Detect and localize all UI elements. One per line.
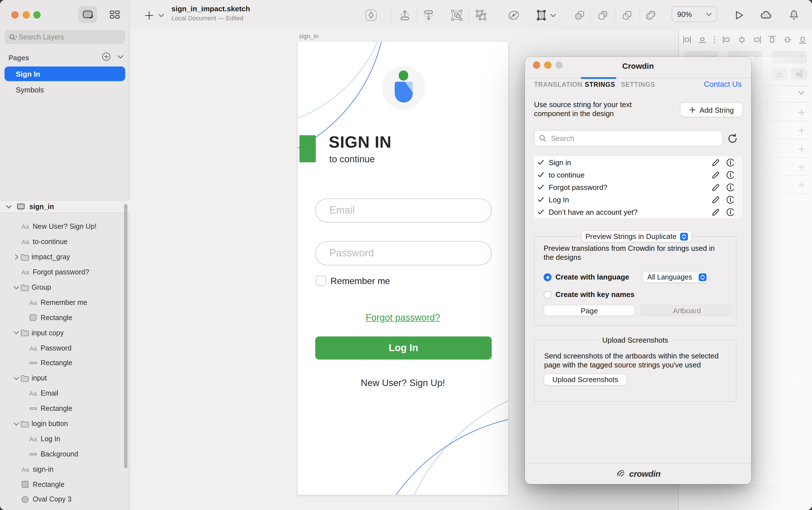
string-row[interactable]: Sign in [534, 156, 742, 169]
layer-row[interactable]: Aasign-in [0, 462, 130, 477]
add-style-button[interactable] [797, 162, 806, 171]
insert-chevron-icon[interactable] [154, 8, 168, 22]
align-middle-vertical-icon[interactable] [783, 35, 792, 44]
layer-row[interactable]: Rectangle [0, 477, 130, 492]
string-row[interactable]: Log In [534, 193, 742, 206]
send-backward-button[interactable] [422, 8, 435, 22]
zoom-level-dropdown[interactable]: 90% [672, 6, 717, 22]
ungroup-button[interactable] [474, 8, 488, 22]
tab-translation[interactable]: TRANSLATION [534, 81, 582, 88]
preview-play-button[interactable] [732, 8, 746, 22]
add-style-button[interactable] [797, 108, 806, 117]
refresh-strings-button[interactable] [727, 133, 738, 144]
boolean-subtract-button[interactable] [596, 8, 610, 22]
create-with-key-names-label[interactable]: Create with key names [555, 290, 634, 299]
flip-horizontal-button[interactable] [772, 68, 788, 81]
notifications-bell-button[interactable] [787, 8, 801, 22]
section-collapse-chevron-icon[interactable] [798, 91, 805, 95]
create-symbol-button[interactable] [364, 8, 378, 22]
window-zoom-button[interactable] [33, 11, 40, 18]
chevron-down-icon[interactable] [12, 286, 20, 289]
layer-row[interactable]: Background [0, 447, 130, 462]
flip-vertical-button[interactable] [790, 68, 807, 81]
layer-row[interactable]: Aato-continue [0, 234, 130, 250]
create-with-language-radio[interactable] [544, 273, 551, 281]
chevron-down-icon[interactable] [12, 377, 20, 380]
cloud-share-button[interactable] [759, 8, 773, 22]
strings-search-input[interactable] [550, 133, 704, 143]
contact-us-link[interactable]: Contact Us [704, 80, 742, 88]
create-with-language-label[interactable]: Create with language [555, 273, 629, 281]
layer-row[interactable]: input [0, 371, 130, 386]
forgot-password-link[interactable]: Forgot password? [298, 312, 508, 323]
scale-button[interactable] [534, 8, 548, 22]
preview-strings-dropdown[interactable]: Preview Strings in Duplicate [581, 231, 692, 242]
log-in-button[interactable]: Log In [315, 336, 492, 360]
layer-row[interactable]: input copy [0, 325, 130, 340]
layer-row[interactable]: Rectangle [0, 401, 130, 416]
layer-row[interactable]: AaNew User? Sign Up! [0, 219, 130, 234]
layer-row[interactable]: AaLog In [0, 431, 130, 447]
artboard-title[interactable]: sign_in [299, 33, 319, 39]
bring-forward-button[interactable] [398, 8, 412, 22]
tab-settings[interactable]: SETTINGS [621, 81, 655, 88]
chevron-down-icon[interactable] [12, 422, 20, 426]
window-close-button[interactable] [11, 11, 19, 18]
edit-pencil-icon[interactable] [712, 208, 720, 216]
password-field[interactable] [315, 241, 492, 265]
sign-in-artboard[interactable]: SIGN IN to continue Remember me Forgot p… [298, 42, 508, 495]
preview-artboard-button[interactable]: Artboard [641, 305, 733, 316]
string-row[interactable]: to continue [534, 169, 742, 181]
add-style-button[interactable] [797, 144, 806, 153]
edit-pencil-icon[interactable] [712, 171, 720, 179]
search-layers-field[interactable] [4, 30, 125, 44]
edit-pencil-icon[interactable] [712, 158, 720, 167]
align-left-icon[interactable] [722, 35, 731, 44]
crowdin-titlebar[interactable]: Crowdin [525, 57, 751, 78]
add-string-button[interactable]: Add String [680, 102, 743, 117]
layer-row[interactable]: Rectangle [0, 356, 130, 371]
create-with-key-names-radio[interactable] [544, 291, 551, 299]
layer-row[interactable]: Rectangle [0, 310, 130, 325]
distribute-vertically-icon[interactable] [698, 35, 706, 44]
layer-row[interactable]: Group [0, 280, 130, 295]
pages-collapse-chevron-icon[interactable] [113, 50, 127, 64]
string-row[interactable]: Don’t have an account yet? [534, 206, 742, 218]
align-right-icon[interactable] [753, 35, 761, 44]
edit-pencil-icon[interactable] [712, 195, 720, 204]
distribute-horizontally-icon[interactable] [683, 35, 691, 44]
align-center-horizontal-icon[interactable] [737, 35, 746, 44]
boolean-difference-button[interactable] [644, 8, 658, 22]
string-row[interactable]: Forgot password? [534, 181, 742, 193]
search-layers-input[interactable] [18, 32, 104, 41]
layer-row[interactable]: login button [0, 416, 130, 431]
layer-row[interactable]: AaForgot password? [0, 265, 130, 280]
artboard-layer-header[interactable]: sign_in [0, 200, 130, 213]
sidebar-page-sign-in[interactable]: Sign In [4, 66, 125, 81]
boolean-union-button[interactable] [573, 8, 586, 22]
chevron-right-icon[interactable] [12, 254, 20, 260]
chevron-down-icon[interactable] [12, 331, 20, 335]
email-field[interactable] [315, 198, 492, 222]
upload-screenshots-button[interactable]: Upload Screenshots [544, 373, 627, 386]
edit-pencil-icon[interactable] [712, 183, 720, 191]
layer-row[interactable]: impact_gray [0, 250, 130, 265]
boolean-intersect-button[interactable] [620, 8, 634, 22]
add-page-button[interactable] [99, 50, 113, 63]
mask-button[interactable] [507, 8, 520, 22]
add-style-button[interactable] [797, 180, 806, 189]
tab-strings[interactable]: STRINGS [585, 81, 615, 88]
strings-search-field[interactable] [534, 130, 723, 147]
layer-row[interactable]: AaRemember me [0, 295, 130, 310]
layer-row[interactable]: AaPassword [0, 340, 130, 356]
components-view-toggle[interactable] [106, 6, 124, 23]
language-dropdown[interactable]: All Languages [642, 271, 709, 283]
align-bottom-icon[interactable] [799, 35, 807, 44]
window-minimize-button[interactable] [22, 11, 30, 18]
sign-up-link[interactable]: New User? Sign Up! [298, 378, 508, 388]
layer-list-view-toggle[interactable] [78, 6, 97, 23]
layer-row[interactable]: AaEmail [0, 386, 130, 401]
rotation-field[interactable]: ° [772, 51, 807, 64]
preview-page-button[interactable]: Page [544, 305, 635, 316]
group-button[interactable] [450, 8, 464, 22]
